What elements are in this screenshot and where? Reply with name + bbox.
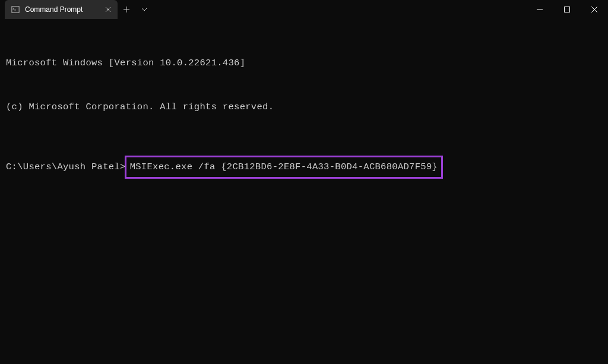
cmd-icon [11, 5, 20, 14]
tab-title: Command Prompt [25, 5, 99, 14]
command-highlight: MSIExec.exe /fa {2CB12BD6-2E8F-4A33-B0D4… [125, 156, 443, 179]
tab-command-prompt[interactable]: Command Prompt [5, 0, 118, 19]
minimize-button[interactable] [526, 0, 553, 19]
close-window-button[interactable] [581, 0, 608, 19]
terminal-line-version: Microsoft Windows [Version 10.0.22621.43… [6, 56, 602, 71]
terminal-line-copyright: (c) Microsoft Corporation. All rights re… [6, 100, 602, 115]
terminal-area[interactable]: Microsoft Windows [Version 10.0.22621.43… [0, 19, 608, 201]
prompt-line: C:\Users\Ayush Patel>MSIExec.exe /fa {2C… [6, 156, 602, 179]
tab-dropdown-button[interactable] [135, 0, 153, 19]
titlebar-left: Command Prompt [0, 0, 153, 19]
svg-rect-0 [12, 7, 19, 13]
window-controls [526, 0, 608, 19]
svg-rect-7 [565, 7, 570, 12]
titlebar: Command Prompt [0, 0, 608, 19]
terminal-prompt: C:\Users\Ayush Patel> [6, 160, 126, 175]
close-tab-icon[interactable] [103, 5, 113, 14]
maximize-button[interactable] [553, 0, 581, 19]
new-tab-button[interactable] [118, 0, 135, 19]
terminal-command: MSIExec.exe /fa {2CB12BD6-2E8F-4A33-B0D4… [130, 162, 438, 172]
